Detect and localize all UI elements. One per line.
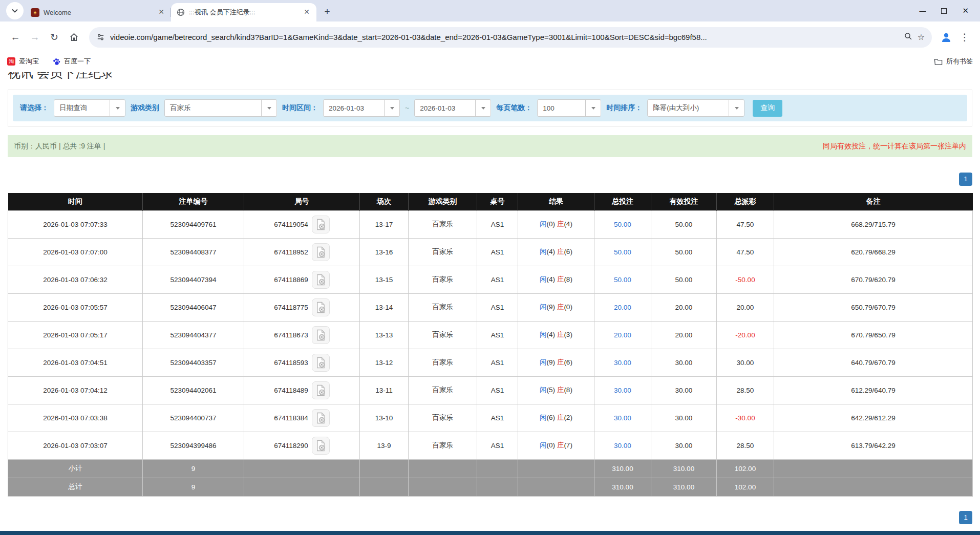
cell-note: 650.79/670.79 <box>774 293 973 321</box>
reload-button[interactable]: ↻ <box>46 29 62 46</box>
col-header-total-bet: 总投注 <box>594 193 651 210</box>
cell-total-bet: 50.00 <box>594 266 651 293</box>
profile-avatar-icon[interactable] <box>939 30 953 45</box>
pagination-page-1[interactable]: 1 <box>959 511 972 524</box>
video-replay-button[interactable] <box>312 381 330 399</box>
subtotal-valid-bet: 310.00 <box>651 459 717 478</box>
dropdown-arrow-icon[interactable] <box>585 100 601 116</box>
video-replay-button[interactable] <box>312 326 330 344</box>
dropdown-arrow-icon[interactable] <box>729 100 744 116</box>
dropdown-arrow-icon[interactable] <box>475 100 491 116</box>
pagination-page-1[interactable]: 1 <box>959 173 972 186</box>
address-bar[interactable]: videoie.com/game/betrecord_search/kind3?… <box>89 27 932 48</box>
video-record-icon <box>316 440 326 452</box>
bookmark-taobao[interactable]: 淘 爱淘宝 <box>7 57 39 66</box>
query-type-select[interactable]: 日期查询 <box>54 99 125 117</box>
video-replay-button[interactable] <box>312 298 330 316</box>
per-page-select[interactable]: 100 <box>537 99 601 117</box>
video-replay-button[interactable] <box>312 437 330 455</box>
cell-valid-bet: 30.00 <box>651 404 717 432</box>
search-button[interactable]: 查询 <box>753 100 782 117</box>
sort-select[interactable]: 降幂(由大到小) <box>647 99 744 117</box>
total-bet-link[interactable]: 20.00 <box>614 304 631 311</box>
player-result: 闲 <box>540 331 547 338</box>
filter-strip: 请选择： 日期查询 游戏类别 百家乐 时间区间： 2026-01-03 ~ 20… <box>13 95 967 121</box>
subtotal-payout: 102.00 <box>717 459 774 478</box>
bookmark-baidu[interactable]: 百度一下 <box>52 57 91 66</box>
dropdown-arrow-icon[interactable] <box>384 100 399 116</box>
date-start-picker[interactable]: 2026-01-03 <box>323 99 400 117</box>
cell-game-type: 百家乐 <box>409 293 477 321</box>
tab-bet-records[interactable]: :::视讯 会员下注纪录::: ✕ <box>171 3 316 22</box>
video-replay-button[interactable] <box>312 354 330 372</box>
total-total-bet: 310.00 <box>594 478 651 496</box>
video-replay-button[interactable] <box>312 243 330 261</box>
total-bet-link[interactable]: 50.00 <box>614 276 631 284</box>
forward-button[interactable]: → <box>27 29 43 46</box>
maximize-button[interactable] <box>941 8 947 14</box>
round-number: 674118489 <box>274 387 308 394</box>
tab-search-button[interactable] <box>6 2 24 19</box>
total-bet-link[interactable]: 30.00 <box>614 387 631 394</box>
back-button[interactable]: ← <box>7 29 24 46</box>
cell-time: 2026-01-03 07:04:51 <box>8 349 143 376</box>
new-tab-button[interactable]: + <box>319 4 335 19</box>
cell-payout: 28.50 <box>717 376 774 404</box>
browser-tab-strip: ♠ Welcome ✕ :::视讯 会员下注纪录::: ✕ + ― ✕ <box>0 0 980 22</box>
player-result: 闲 <box>540 386 547 394</box>
video-record-icon <box>316 274 326 286</box>
cell-payout: 30.00 <box>717 349 774 376</box>
video-record-icon <box>316 246 326 258</box>
cell-valid-bet: 30.00 <box>651 376 717 404</box>
date-end-picker[interactable]: 2026-01-03 <box>414 99 491 117</box>
filter-panel: 请选择： 日期查询 游戏类别 百家乐 时间区间： 2026-01-03 ~ 20… <box>8 90 972 126</box>
tab-close-icon[interactable]: ✕ <box>302 8 311 17</box>
video-replay-button[interactable] <box>312 409 330 427</box>
cell-result: 闲(4) 庄(6) <box>518 238 594 266</box>
sort-value: 降幂(由大到小) <box>648 100 729 116</box>
cell-game-type: 百家乐 <box>409 349 477 376</box>
empty-cell <box>477 459 518 478</box>
banker-score: (7) <box>564 441 572 449</box>
cell-table-no: AS1 <box>477 321 518 349</box>
dropdown-arrow-icon[interactable] <box>110 100 125 116</box>
zoom-icon[interactable] <box>904 32 912 42</box>
game-type-select[interactable]: 百家乐 <box>164 99 277 117</box>
chevron-down-icon <box>12 9 18 13</box>
all-bookmarks[interactable]: 所有书签 <box>934 57 973 66</box>
cell-payout: 47.50 <box>717 238 774 266</box>
cell-table-no: AS1 <box>477 376 518 404</box>
total-bet-link[interactable]: 30.00 <box>614 442 631 450</box>
page-title: 视讯 会员下注纪录 <box>8 72 980 81</box>
banker-score: (8) <box>564 386 572 394</box>
player-score: (9) <box>547 358 556 366</box>
cell-total-bet: 30.00 <box>594 376 651 404</box>
cell-bet-id: 523094403357 <box>143 349 244 376</box>
player-result: 闲 <box>540 414 547 421</box>
video-replay-button[interactable] <box>312 216 330 233</box>
tab-welcome[interactable]: ♠ Welcome ✕ <box>26 3 171 22</box>
cell-bet-id: 523094406047 <box>143 293 244 321</box>
total-bet-link[interactable]: 20.00 <box>614 331 631 339</box>
bookmark-star-icon[interactable]: ☆ <box>918 32 925 42</box>
banker-score: (6) <box>564 358 572 366</box>
banker-score: (2) <box>564 414 572 421</box>
tab-close-icon[interactable]: ✕ <box>157 8 166 17</box>
cell-valid-bet: 50.00 <box>651 238 717 266</box>
close-button[interactable]: ✕ <box>962 6 969 15</box>
cell-table-no: AS1 <box>477 404 518 432</box>
site-settings-icon[interactable] <box>96 33 105 41</box>
total-bet-link[interactable]: 30.00 <box>614 414 631 422</box>
url-text[interactable]: videoie.com/game/betrecord_search/kind3?… <box>110 33 899 41</box>
cell-round: 674118673 <box>244 321 360 349</box>
total-bet-link[interactable]: 50.00 <box>614 248 631 256</box>
total-bet-link[interactable]: 50.00 <box>614 221 631 228</box>
minimize-button[interactable]: ― <box>919 7 926 15</box>
footer-bar <box>0 531 980 535</box>
total-bet-link[interactable]: 30.00 <box>614 359 631 367</box>
home-button[interactable] <box>66 29 82 46</box>
dropdown-arrow-icon[interactable] <box>261 100 276 116</box>
menu-dots-icon[interactable]: ⋮ <box>956 29 973 46</box>
cell-note: 640.79/670.79 <box>774 349 973 376</box>
video-replay-button[interactable] <box>312 271 330 289</box>
